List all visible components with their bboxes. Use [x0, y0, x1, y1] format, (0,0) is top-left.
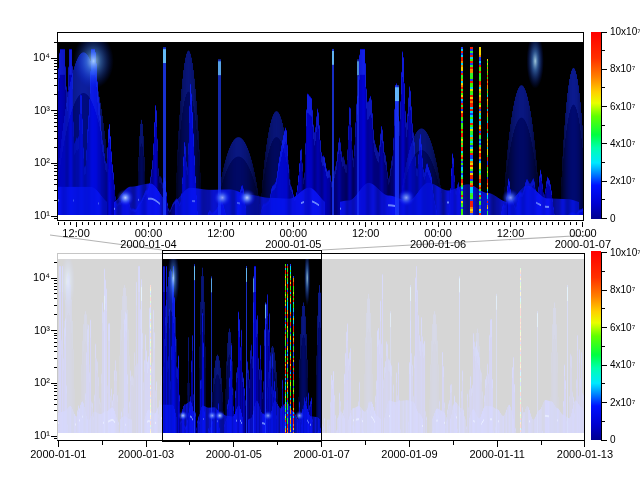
y-major-tick [51, 436, 57, 437]
y-minor-tick [54, 385, 58, 386]
y-minor-tick [54, 138, 58, 139]
colorbar-major-tick [601, 440, 607, 441]
x-minor-tick [317, 222, 318, 225]
x-minor-tick [474, 222, 475, 225]
colorbar-major-tick [601, 181, 607, 182]
x-minor-tick [359, 222, 360, 225]
y-minor-tick [54, 404, 58, 405]
y-tick-label: 10² [26, 157, 50, 168]
y-minor-tick [54, 305, 58, 306]
y-minor-tick [54, 190, 58, 191]
x-minor-tick [287, 222, 288, 225]
y-minor-tick [54, 66, 58, 67]
x-tick-label: 2000-01-03 [111, 449, 181, 460]
y-minor-tick [54, 200, 58, 201]
y-minor-tick [54, 367, 58, 368]
colorbar-major-tick [601, 218, 607, 219]
x-minor-tick [389, 222, 390, 225]
y-minor-tick [54, 73, 58, 74]
x-major-tick [146, 441, 147, 447]
x-minor-tick [281, 222, 282, 225]
x-major-tick [497, 441, 498, 447]
y-tick-label: 10⁴ [26, 52, 50, 63]
x-minor-tick [552, 222, 553, 225]
colorbar-major-tick [601, 32, 607, 33]
colorbar-minor-tick [601, 383, 605, 384]
y-minor-tick [54, 218, 58, 219]
x-minor-tick [341, 222, 342, 225]
x-minor-tick [226, 222, 227, 225]
x-minor-tick [353, 222, 354, 225]
x-minor-tick [277, 441, 278, 445]
y-minor-tick [54, 342, 58, 343]
x-minor-tick [100, 222, 101, 225]
x-minor-tick [232, 222, 233, 225]
x-minor-tick [576, 222, 577, 225]
colorbar-tick-label: 8x10⁷ [610, 64, 640, 74]
x-minor-tick [498, 222, 499, 225]
y-major-tick [51, 110, 57, 111]
x-minor-tick [444, 222, 445, 225]
x-minor-tick [166, 222, 167, 225]
selection-box[interactable] [162, 250, 322, 442]
colorbar-major-tick [601, 365, 607, 366]
y-minor-tick [54, 60, 58, 61]
y-minor-tick [54, 358, 58, 359]
x-minor-tick [299, 222, 300, 225]
zoom-spectrogram-canvas[interactable] [58, 42, 583, 215]
x-minor-tick [426, 222, 427, 225]
y-minor-tick [54, 113, 58, 114]
x-minor-tick [347, 222, 348, 225]
x-tick-label: 2000-01-11 [462, 449, 532, 460]
y-minor-tick [54, 286, 58, 287]
x-minor-tick [453, 441, 454, 445]
x-minor-tick [94, 222, 95, 225]
x-minor-tick [88, 222, 89, 225]
y-minor-tick [54, 283, 58, 284]
x-minor-tick [407, 222, 408, 225]
colorbar-minor-tick [601, 162, 605, 163]
colorbar-major-tick [601, 143, 607, 144]
x-minor-tick [564, 222, 565, 225]
x-minor-tick [432, 222, 433, 225]
y-tick-label: 10¹ [26, 430, 50, 441]
colorbar-tick-label: 10x10⁷ [610, 248, 640, 258]
x-minor-tick [82, 222, 83, 225]
x-minor-tick [154, 222, 155, 225]
x-time-label: 12:00 [489, 228, 533, 239]
y-minor-tick [54, 280, 58, 281]
y-tick-label: 10¹ [26, 210, 50, 221]
y-tick-label: 10⁴ [26, 272, 50, 283]
colorbar-minor-tick [601, 271, 605, 272]
x-date-label: 2000-01-04 [114, 239, 184, 250]
y-minor-tick [54, 346, 58, 347]
colorbar-tick-label: 8x10⁷ [610, 285, 640, 295]
y-minor-tick [54, 298, 58, 299]
y-minor-tick [54, 42, 58, 43]
x-minor-tick [239, 222, 240, 225]
colorbar-tick-label: 6x10⁷ [610, 102, 640, 112]
y-minor-tick [54, 175, 58, 176]
y-minor-tick [54, 338, 58, 339]
x-minor-tick [172, 222, 173, 225]
colorbar-minor-tick [601, 421, 605, 422]
y-tick-label: 10³ [26, 325, 50, 336]
x-minor-tick [329, 222, 330, 225]
y-minor-tick [54, 333, 58, 334]
x-tick-label: 2000-01-01 [23, 449, 93, 460]
y-minor-tick [54, 184, 58, 185]
x-tick-label: 2000-01-13 [550, 449, 620, 460]
x-minor-tick [189, 441, 190, 445]
x-minor-tick [516, 222, 517, 225]
x-minor-tick [492, 222, 493, 225]
colorbar-major-tick [601, 327, 607, 328]
x-minor-tick [305, 222, 306, 225]
colorbar-minor-tick [601, 87, 605, 88]
x-major-tick [584, 441, 585, 447]
y-minor-tick [54, 126, 58, 127]
x-minor-tick [522, 222, 523, 225]
x-major-tick [409, 441, 410, 447]
x-minor-tick [130, 222, 131, 225]
y-major-tick [51, 278, 57, 279]
y-minor-tick [54, 420, 58, 421]
